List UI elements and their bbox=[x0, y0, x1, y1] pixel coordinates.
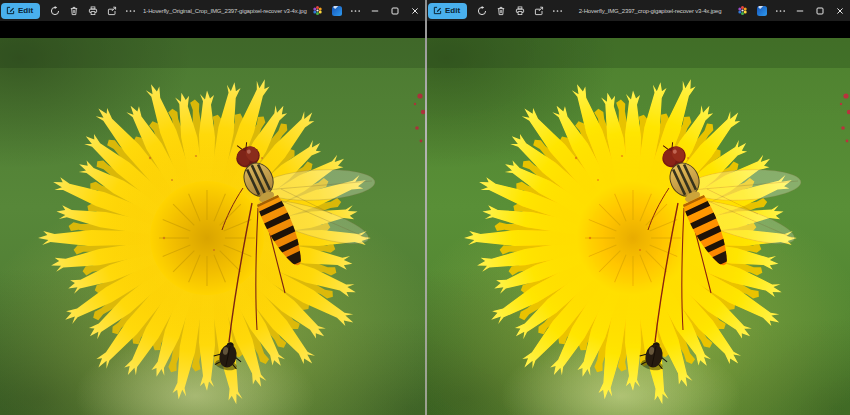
color-profile-button[interactable] bbox=[308, 2, 327, 20]
photo-viewport[interactable] bbox=[427, 21, 850, 415]
filename: 2-Hoverfly_IMG_2397_crop-gigapixel-recov… bbox=[567, 8, 733, 14]
photos-window-right: Edit bbox=[427, 0, 850, 415]
close-icon bbox=[835, 6, 845, 16]
maximize-icon bbox=[815, 6, 825, 16]
see-more-right-button[interactable] bbox=[346, 2, 365, 20]
close-icon bbox=[410, 6, 420, 16]
ellipsis-icon bbox=[552, 6, 563, 16]
photos-window-left: Edit bbox=[0, 0, 425, 415]
photo-viewport[interactable] bbox=[0, 21, 425, 415]
photos-app-comparison: Edit bbox=[0, 0, 850, 415]
printer-icon bbox=[515, 6, 525, 16]
see-more-button[interactable] bbox=[121, 2, 140, 20]
rotate-icon bbox=[50, 6, 60, 16]
share-button[interactable] bbox=[529, 2, 548, 20]
delete-button[interactable] bbox=[64, 2, 83, 20]
share-icon bbox=[534, 6, 544, 16]
titlebar: Edit bbox=[427, 0, 850, 21]
ellipsis-icon bbox=[775, 6, 786, 16]
minimize-icon bbox=[795, 6, 805, 16]
trash-icon bbox=[69, 6, 79, 16]
designer-icon bbox=[757, 6, 767, 16]
ellipsis-icon bbox=[350, 6, 361, 16]
see-more-button[interactable] bbox=[548, 2, 567, 20]
printer-icon bbox=[88, 6, 98, 16]
delete-button[interactable] bbox=[491, 2, 510, 20]
edit-pencil-icon bbox=[6, 6, 15, 15]
window-controls bbox=[790, 2, 850, 20]
minimize-icon bbox=[370, 6, 380, 16]
designer-icon bbox=[332, 6, 342, 16]
designer-button[interactable] bbox=[752, 2, 771, 20]
color-wheel-icon bbox=[737, 5, 748, 16]
color-profile-button[interactable] bbox=[733, 2, 752, 20]
color-wheel-icon bbox=[312, 5, 323, 16]
close-button[interactable] bbox=[405, 2, 425, 20]
share-button[interactable] bbox=[102, 2, 121, 20]
designer-button[interactable] bbox=[327, 2, 346, 20]
share-icon bbox=[107, 6, 117, 16]
filename: 1-Hoverfly_Original_Crop_IMG_2397-gigapi… bbox=[140, 8, 308, 14]
maximize-icon bbox=[390, 6, 400, 16]
see-more-right-button[interactable] bbox=[771, 2, 790, 20]
maximize-button[interactable] bbox=[810, 2, 830, 20]
rotate-button[interactable] bbox=[472, 2, 491, 20]
window-controls bbox=[365, 2, 425, 20]
edit-button[interactable]: Edit bbox=[1, 3, 40, 19]
edit-button-label: Edit bbox=[18, 6, 33, 15]
hoverfly-flower-photo bbox=[427, 38, 850, 415]
edit-button[interactable]: Edit bbox=[428, 3, 467, 19]
ellipsis-icon bbox=[125, 6, 136, 16]
edit-button-label: Edit bbox=[445, 6, 460, 15]
minimize-button[interactable] bbox=[790, 2, 810, 20]
rotate-button[interactable] bbox=[45, 2, 64, 20]
print-button[interactable] bbox=[510, 2, 529, 20]
rotate-icon bbox=[477, 6, 487, 16]
hoverfly-flower-photo bbox=[0, 38, 425, 415]
minimize-button[interactable] bbox=[365, 2, 385, 20]
titlebar: Edit bbox=[0, 0, 425, 21]
close-button[interactable] bbox=[830, 2, 850, 20]
maximize-button[interactable] bbox=[385, 2, 405, 20]
print-button[interactable] bbox=[83, 2, 102, 20]
edit-pencil-icon bbox=[433, 6, 442, 15]
trash-icon bbox=[496, 6, 506, 16]
